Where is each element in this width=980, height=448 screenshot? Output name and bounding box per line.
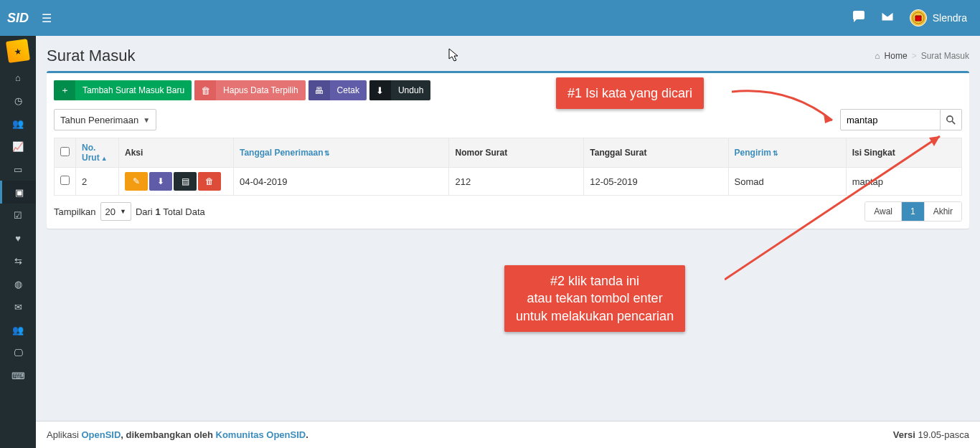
cell-aksi: ✎ ⬇ ▤ 🗑 bbox=[119, 168, 234, 196]
app-footer: Aplikasi OpenSID, dikembangkan oleh Komu… bbox=[36, 421, 980, 448]
cell-isi-singkat: mantap bbox=[846, 168, 961, 196]
sidebar-item-monitor[interactable]: 🖵 bbox=[0, 341, 36, 364]
breadcrumb-current: Surat Masuk bbox=[921, 51, 969, 61]
search-wrap bbox=[840, 109, 962, 130]
page-size-select[interactable]: 20 ▼ bbox=[100, 202, 131, 221]
page-title: Surat Masuk bbox=[47, 47, 136, 65]
mail-icon[interactable] bbox=[881, 11, 894, 24]
toolbar: ＋ Tambah Surat Masuk Baru 🗑 Hapus Data T… bbox=[54, 80, 962, 100]
year-select-label: Tahun Penerimaan bbox=[60, 115, 138, 125]
col-no[interactable]: No. Urut▲ bbox=[76, 138, 119, 168]
envelope-icon: ✉ bbox=[14, 302, 22, 313]
cell-nomor-surat: 212 bbox=[449, 168, 584, 196]
book-icon: ▭ bbox=[14, 164, 22, 175]
page-last[interactable]: Akhir bbox=[925, 202, 961, 221]
sidebar-brand[interactable]: ★ bbox=[0, 36, 36, 66]
print-icon: 🖶 bbox=[308, 80, 330, 100]
brand-icon: ★ bbox=[6, 39, 30, 63]
users-icon: 👥 bbox=[12, 118, 24, 129]
sidebar-item-archive[interactable]: ▣ bbox=[0, 181, 36, 204]
year-select[interactable]: Tahun Penerimaan ▼ bbox=[54, 109, 156, 130]
page-current[interactable]: 1 bbox=[902, 202, 925, 221]
footer-app-prefix: Aplikasi bbox=[47, 429, 81, 440]
row-delete-button[interactable]: 🗑 bbox=[198, 172, 221, 191]
navbar-right: Slendra bbox=[852, 9, 980, 27]
sidebar-item-home[interactable]: ⌂ bbox=[0, 66, 36, 89]
col-checkbox bbox=[55, 138, 76, 168]
sidebar-item-check[interactable]: ☑ bbox=[0, 204, 36, 227]
sidebar-item-group[interactable]: 👥 bbox=[0, 318, 36, 341]
main-box: ＋ Tambah Surat Masuk Baru 🗑 Hapus Data T… bbox=[47, 71, 969, 229]
print-button[interactable]: 🖶 Cetak bbox=[308, 80, 367, 100]
version-value: 19.05-pasca bbox=[918, 429, 969, 440]
delete-label: Hapus Data Terpilih bbox=[216, 80, 306, 100]
total-count: 1 bbox=[155, 206, 160, 217]
svg-line-2 bbox=[952, 121, 955, 124]
sidebar-item-envelope[interactable]: ✉ bbox=[0, 295, 36, 318]
search-button[interactable] bbox=[941, 109, 962, 130]
cell-tanggal-penerimaan: 04-04-2019 bbox=[234, 168, 449, 196]
footer-app-mid: , dikembangkan oleh bbox=[121, 429, 215, 440]
sidebar-item-signpost[interactable]: ⇆ bbox=[0, 249, 36, 272]
sidebar-item-globe[interactable]: ◍ bbox=[0, 272, 36, 295]
file-button[interactable]: ▤ bbox=[174, 172, 197, 191]
sort-icon: ⇅ bbox=[324, 150, 330, 157]
sidebar-item-dashboard[interactable]: ◷ bbox=[0, 89, 36, 112]
sidebar-item-device[interactable]: ⌨ bbox=[0, 364, 36, 387]
breadcrumb: ⌂ Home > Surat Masuk bbox=[875, 51, 969, 61]
device-icon: ⌨ bbox=[11, 371, 25, 381]
menu-icon: ☰ bbox=[42, 11, 52, 25]
chevron-down-icon: ▼ bbox=[143, 116, 150, 124]
signpost-icon: ⇆ bbox=[14, 256, 22, 267]
sort-icon: ⇅ bbox=[773, 150, 778, 157]
table-row: 2 ✎ ⬇ ▤ 🗑 04-04-2019 212 12-05-2019 bbox=[55, 168, 962, 196]
print-label: Cetak bbox=[330, 80, 367, 100]
dashboard-icon: ◷ bbox=[14, 95, 22, 106]
table-footer: Tampilkan 20 ▼ Dari 1 Total Data Awal 1 … bbox=[54, 201, 962, 221]
group-icon: 👥 bbox=[12, 325, 24, 335]
footer-app-link[interactable]: OpenSID bbox=[81, 429, 121, 440]
row-download-button[interactable]: ⬇ bbox=[149, 172, 172, 191]
col-pengirim[interactable]: Pengirim⇅ bbox=[728, 138, 846, 168]
app-logo[interactable]: SID bbox=[0, 11, 36, 26]
footer-community-link[interactable]: Komunitas OpenSID bbox=[216, 429, 306, 440]
check-all[interactable] bbox=[60, 147, 70, 156]
sidebar-item-book[interactable]: ▭ bbox=[0, 158, 36, 181]
home-icon: ⌂ bbox=[15, 72, 21, 83]
edit-icon: ✎ bbox=[133, 176, 140, 186]
col-isi-singkat: Isi Singkat bbox=[846, 138, 961, 168]
sidebar-item-heart[interactable]: ♥ bbox=[0, 227, 36, 249]
sidebar-toggle[interactable]: ☰ bbox=[36, 11, 57, 25]
page-first[interactable]: Awal bbox=[865, 202, 902, 221]
sidebar-item-users[interactable]: 👥 bbox=[0, 112, 36, 135]
user-menu[interactable]: Slendra bbox=[910, 9, 967, 27]
file-icon: ▤ bbox=[182, 176, 189, 186]
content-header: Surat Masuk ⌂ Home > Surat Masuk bbox=[36, 36, 980, 71]
heart-icon: ♥ bbox=[15, 233, 21, 244]
delete-button[interactable]: 🗑 Hapus Data Terpilih bbox=[194, 80, 306, 100]
version-label: Versi bbox=[893, 429, 915, 440]
archive-icon: ▣ bbox=[15, 187, 24, 198]
show-prefix: Tampilkan bbox=[54, 206, 96, 217]
breadcrumb-home[interactable]: Home bbox=[885, 51, 908, 61]
download-button[interactable]: ⬇ Unduh bbox=[369, 80, 430, 100]
data-table: No. Urut▲ Aksi Tanggal Penerimaan⇅ Nomor… bbox=[54, 138, 962, 196]
row-checkbox[interactable] bbox=[60, 176, 70, 185]
col-tanggal-penerimaan[interactable]: Tanggal Penerimaan⇅ bbox=[234, 138, 449, 168]
col-nomor-surat: Nomor Surat bbox=[449, 138, 584, 168]
chat-icon[interactable] bbox=[852, 11, 865, 25]
pagination: Awal 1 Akhir bbox=[864, 201, 962, 221]
sidebar-item-chart[interactable]: 📈 bbox=[0, 135, 36, 158]
download-label: Unduh bbox=[391, 80, 430, 100]
content-wrapper: Surat Masuk ⌂ Home > Surat Masuk ＋ Tamba… bbox=[36, 36, 980, 421]
user-name: Slendra bbox=[933, 12, 967, 24]
download-icon: ⬇ bbox=[157, 176, 164, 186]
col-aksi: Aksi bbox=[119, 138, 234, 168]
cell-tanggal-surat: 12-05-2019 bbox=[584, 168, 728, 196]
search-input[interactable] bbox=[840, 109, 941, 130]
breadcrumb-sep: > bbox=[912, 51, 917, 61]
show-suffix: Total Data bbox=[163, 206, 205, 217]
edit-button[interactable]: ✎ bbox=[125, 172, 148, 191]
add-label: Tambah Surat Masuk Baru bbox=[75, 80, 192, 100]
add-button[interactable]: ＋ Tambah Surat Masuk Baru bbox=[54, 80, 192, 100]
